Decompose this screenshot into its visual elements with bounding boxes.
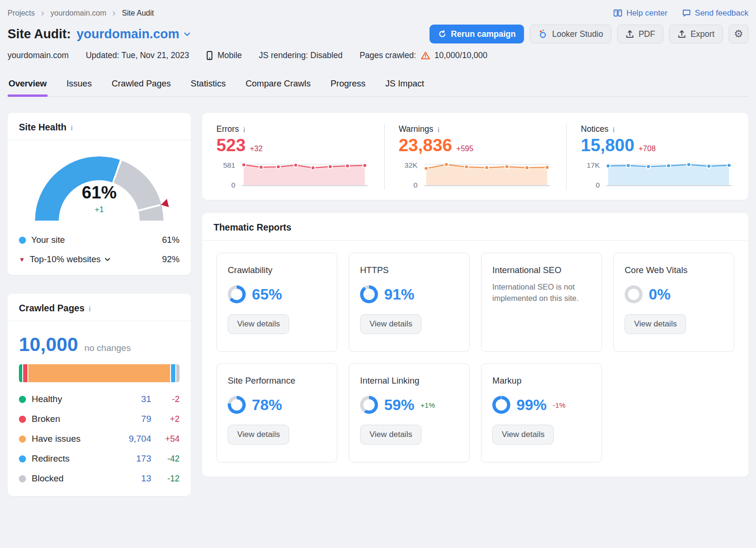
site-audit-page: Projects yourdomain.com Site Audit Help … [0, 0, 756, 496]
view-details-button[interactable]: View details [228, 314, 289, 334]
y-min-label: 0 [231, 181, 235, 189]
rerun-icon [438, 30, 447, 38]
meta-device: Mobile [206, 51, 242, 60]
y-min-label: 0 [596, 181, 600, 189]
view-details-button[interactable]: View details [625, 314, 686, 334]
breadcrumb-item-site-audit: Site Audit [122, 9, 154, 17]
crawled-row-label: Have issues [32, 434, 81, 444]
crawled-total: 10,000 [19, 334, 78, 356]
tab-overview[interactable]: Overview [8, 75, 48, 96]
site-health-arc [35, 156, 163, 285]
help-center-link[interactable]: Help center [613, 9, 668, 18]
donut-chart [492, 396, 510, 414]
dot-icon-blocked [19, 475, 26, 482]
thematic-card-value: 0% [649, 286, 670, 303]
your-site-label: Your site [31, 235, 65, 245]
thematic-grid: Crawlability65%View detailsHTTPS91%View … [202, 240, 748, 477]
notices-sparkline [604, 160, 733, 189]
info-icon[interactable]: i [89, 304, 91, 312]
thematic-reports-card: Thematic Reports Crawlability65%View det… [202, 213, 748, 477]
tab-issues[interactable]: Issues [66, 75, 93, 96]
crawled-pages-card: Crawled Pages i 10,000 no changes Health… [8, 294, 191, 496]
thematic-card-site-performance: Site Performance78%View details [216, 363, 337, 462]
warnings-sparkline [422, 160, 551, 189]
chevron-down-icon[interactable] [104, 257, 111, 262]
looker-studio-label: Looker Studio [552, 29, 603, 39]
thematic-card-title: International SEO [492, 265, 591, 275]
metric-value-row: 15,800+708 [581, 136, 734, 155]
crawled-row-delta: -12 [151, 474, 180, 484]
crawled-row-value[interactable]: 13 [141, 473, 151, 484]
crawled-row-value[interactable]: 79 [141, 414, 151, 424]
campaign-meta-row: yourdomain.com Updated: Tue, Nov 21, 202… [8, 51, 748, 60]
tab-crawled-pages[interactable]: Crawled Pages [111, 75, 172, 96]
bar-segment-healthy [19, 364, 22, 382]
crawled-pages-title: Crawled Pages [19, 303, 85, 314]
domain-dropdown[interactable]: yourdomain.com [77, 27, 190, 42]
meta-updated: Updated: Tue, Nov 21, 2023 [86, 51, 189, 60]
metric-warnings: Warningsi23,836+59532K0 [384, 124, 567, 189]
site-health-score: 61% [35, 183, 163, 203]
errors-delta: +32 [250, 145, 263, 153]
metric-label-row: Warningsi [399, 124, 552, 134]
crawled-row-value[interactable]: 9,704 [129, 434, 151, 444]
notices-delta: +708 [639, 145, 656, 153]
info-icon[interactable]: i [438, 125, 439, 133]
thematic-card-title: Site Performance [228, 376, 326, 386]
send-feedback-link[interactable]: Send feedback [682, 9, 748, 18]
crawled-row-redirects: Redirects173-42 [19, 454, 180, 464]
info-icon[interactable]: i [613, 125, 615, 133]
crawled-row-have-issues: Have issues9,704+54 [19, 434, 180, 444]
thematic-card-value: 91% [384, 286, 414, 303]
tab-js-impact[interactable]: JS Impact [384, 75, 425, 96]
settings-button[interactable]: ⚙ [729, 25, 748, 43]
thematic-card-value: 99% [516, 396, 547, 414]
chevron-down-icon [184, 32, 190, 36]
crawled-row-value[interactable]: 31 [141, 394, 151, 404]
view-details-button[interactable]: View details [360, 425, 421, 445]
looker-studio-icon [538, 29, 548, 39]
meta-pages-crawled: Pages crawled: 10,000/10,000 [360, 51, 488, 60]
thematic-value-row: 0% [625, 285, 723, 303]
gear-icon: ⚙ [734, 29, 743, 39]
thematic-card-title: Markup [492, 376, 591, 386]
view-details-button[interactable]: View details [228, 425, 289, 445]
upload-icon [626, 30, 634, 39]
crawled-row-label: Broken [32, 414, 60, 424]
crawled-row-delta: -42 [151, 454, 180, 464]
info-icon[interactable]: i [71, 123, 73, 131]
y-max-label: 17K [587, 161, 600, 170]
overview-content: Site Health i 61% +1 [8, 113, 748, 496]
thematic-value-row: 91% [360, 285, 458, 303]
chevron-right-icon [40, 11, 45, 16]
y-axis-labels: 17K0 [581, 160, 600, 189]
breadcrumb-item-projects[interactable]: Projects [8, 9, 35, 17]
export-button[interactable]: Export [669, 25, 723, 43]
red-triangle-icon: ▼ [19, 256, 25, 263]
errors-value: 523 [216, 136, 246, 155]
pdf-button[interactable]: PDF [617, 25, 663, 43]
y-max-label: 32K [404, 161, 418, 170]
bar-segment-have-issues [28, 364, 170, 382]
tab-statistics[interactable]: Statistics [190, 75, 227, 96]
crawled-row-value[interactable]: 173 [136, 454, 151, 464]
pages-crawled-label: Pages crawled: [360, 51, 416, 60]
rerun-campaign-button[interactable]: Rerun campaign [430, 25, 524, 43]
looker-studio-button[interactable]: Looker Studio [530, 25, 611, 43]
thematic-card-core-web-vitals: Core Web Vitals0%View details [613, 253, 734, 352]
crawled-row-healthy: Healthy31-2 [19, 394, 180, 404]
dot-icon-redirects [19, 455, 26, 462]
tab-progress[interactable]: Progress [329, 75, 366, 96]
thematic-reports-title: Thematic Reports [214, 222, 292, 233]
view-details-button[interactable]: View details [360, 314, 421, 334]
tab-compare-crawls[interactable]: Compare Crawls [245, 75, 312, 96]
breadcrumb-item-domain[interactable]: yourdomain.com [51, 9, 106, 17]
domain-dropdown-label: yourdomain.com [77, 27, 180, 42]
top10-label[interactable]: Top-10% websites [30, 254, 101, 265]
view-details-button[interactable]: View details [492, 425, 554, 445]
crawled-row-delta: +2 [151, 414, 180, 424]
title-bar: Site Audit: yourdomain.com Rerun campaig… [8, 25, 748, 43]
issues-metrics-card: Errorsi523+325810Warningsi23,836+59532K0… [202, 113, 748, 200]
thematic-card-value: 78% [252, 396, 282, 414]
info-icon[interactable]: i [243, 125, 245, 133]
